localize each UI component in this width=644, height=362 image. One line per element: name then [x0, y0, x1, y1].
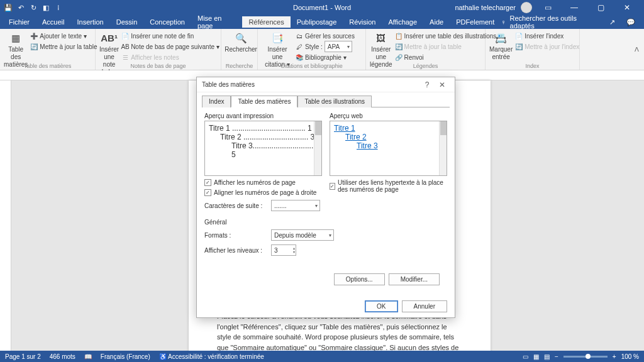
spell-check-icon[interactable]: 📖 — [84, 353, 92, 360]
citation-icon: 📑 — [271, 32, 284, 45]
tab-revision[interactable]: Révision — [343, 16, 382, 28]
user-name: nathalie telecharger — [455, 4, 516, 11]
tab-affichage[interactable]: Affichage — [382, 16, 423, 28]
web-preview: Titre 1 Titre 2 Titre 3 — [330, 121, 447, 176]
language-status[interactable]: Français (France) — [101, 353, 150, 360]
status-bar: Page 1 sur 2 466 mots 📖 Français (France… — [0, 351, 644, 362]
cross-reference-button[interactable]: 🔗Renvoi — [395, 52, 497, 62]
levels-spinner[interactable]: 3 — [271, 244, 296, 256]
options-button[interactable]: Options... — [334, 273, 385, 285]
feedback-icon[interactable]: 💬 — [626, 18, 635, 26]
tab-conception[interactable]: Conception — [143, 16, 191, 28]
levels-label: Afficher les niveaux : — [204, 247, 267, 254]
collapse-ribbon-button[interactable]: ᐱ — [629, 29, 644, 70]
print-preview-label: Aperçu avant impression — [204, 112, 322, 119]
use-hyperlinks-checkbox[interactable]: ✓Utiliser des liens hypertexte à la plac… — [330, 179, 447, 193]
modify-button[interactable]: Modifier... — [389, 273, 440, 285]
web-preview-label: Aperçu web — [330, 112, 447, 119]
leader-select[interactable]: ....... — [271, 200, 320, 211]
tab-publipostage[interactable]: Publipostage — [291, 16, 343, 28]
dialog-tab-tdm[interactable]: Table des matières — [231, 96, 297, 107]
ribbon-options-icon[interactable]: ▭ — [537, 0, 558, 15]
toc-dialog: Table des matières ? ✕ Index Table des m… — [196, 77, 455, 318]
dialog-tab-illustrations[interactable]: Table des illustrations — [297, 96, 372, 107]
web-link-t2[interactable]: Titre 2 — [334, 133, 443, 141]
web-link-t1[interactable]: Titre 1 — [334, 124, 443, 133]
group-label: Table des matières — [0, 63, 95, 69]
group-label: Recherche — [221, 63, 257, 69]
menu-bar: Fichier Accueil Insertion Dessin Concept… — [0, 15, 644, 29]
title-bar: 💾 ↶ ↻ ◧ ⁞ Document1 - Word nathalie tele… — [0, 0, 644, 15]
print-preview: Titre 1 ................................… — [204, 121, 322, 176]
show-page-numbers-checkbox[interactable]: ✓Afficher les numéros de page — [204, 179, 322, 186]
undo-icon[interactable]: ↶ — [16, 3, 25, 12]
leader-label: Caractères de suite : — [204, 202, 267, 209]
tab-accueil[interactable]: Accueil — [36, 16, 70, 28]
zoom-in-button[interactable]: + — [613, 353, 616, 360]
redo-icon[interactable]: ↻ — [29, 3, 38, 12]
minimize-button[interactable]: — — [564, 0, 585, 15]
qat-more-icon[interactable]: ⁞ — [54, 3, 63, 12]
manage-sources-button[interactable]: 🗂Gérer les sources — [296, 31, 355, 41]
touch-mode-icon[interactable]: ◧ — [42, 3, 50, 12]
zoom-out-button[interactable]: − — [555, 353, 558, 360]
ribbon: ▦ Table des matières ➕Ajouter le texte ▾… — [0, 29, 644, 70]
formats-select[interactable]: Depuis modèle — [271, 229, 334, 241]
close-button[interactable]: ✕ — [616, 0, 638, 15]
next-footnote-button[interactable]: ABNote de bas de page suivante ▾ — [121, 41, 219, 52]
bibliography-button[interactable]: 📚Bibliographie ▾ — [296, 52, 355, 62]
tab-dessin[interactable]: Dessin — [110, 16, 144, 28]
web-link-t3[interactable]: Titre 3 — [334, 141, 443, 150]
add-text-button[interactable]: ➕Ajouter le texte ▾ — [30, 31, 97, 41]
tab-aide[interactable]: Aide — [423, 16, 450, 28]
tab-pdfelement[interactable]: PDFelement — [450, 16, 501, 28]
dialog-title: Table des matières — [202, 81, 419, 88]
caption-icon: 🖼 — [375, 32, 387, 45]
tab-insertion[interactable]: Insertion — [70, 16, 109, 28]
group-label: Citations et bibliographie — [258, 63, 365, 69]
dialog-tab-index[interactable]: Index — [202, 96, 231, 107]
tab-references[interactable]: Références — [242, 16, 290, 28]
search-icon[interactable]: ♀ — [501, 18, 506, 26]
index-icon: 📇 — [495, 32, 508, 45]
accessibility-status[interactable]: ♿ Accessibilité : vérification terminée — [159, 353, 264, 360]
search-label[interactable]: Rechercher des outils adaptés — [510, 14, 593, 30]
footnote-icon: AB¹ — [103, 32, 116, 45]
show-notes-button: ☰Afficher les notes — [121, 52, 219, 62]
citation-style-select[interactable]: 🖊Style : APA — [296, 41, 355, 52]
group-label: Légendes — [366, 63, 485, 69]
view-web-icon[interactable]: ▤ — [544, 353, 550, 360]
general-section-label: Général — [204, 219, 447, 226]
window-title: Document1 - Word — [293, 4, 351, 11]
scrollbar[interactable] — [439, 121, 447, 175]
group-label: Index — [486, 63, 579, 69]
dialog-help-button[interactable]: ? — [419, 80, 435, 89]
insert-endnote-button[interactable]: 📄Insérer une note de fin — [121, 31, 219, 41]
tab-fichier[interactable]: Fichier — [3, 16, 36, 28]
align-page-numbers-checkbox[interactable]: ✓Aligner les numéros de page à droite — [204, 189, 322, 196]
update-illus-table-button: 🔄Mettre à jour la table — [395, 41, 497, 52]
insert-illus-table-button[interactable]: 📋Insérer une table des illustrations — [395, 31, 497, 41]
zoom-level[interactable]: 100 % — [621, 353, 639, 360]
zoom-slider[interactable] — [564, 356, 608, 358]
insert-index-button[interactable]: 📄Insérer l'index — [515, 31, 579, 41]
update-toc-button[interactable]: 🔄Mettre à jour la table — [30, 41, 97, 52]
avatar-icon[interactable] — [521, 2, 532, 13]
view-read-icon[interactable]: ▭ — [523, 353, 528, 360]
scrollbar[interactable] — [314, 121, 321, 175]
view-print-icon[interactable]: ▦ — [533, 353, 539, 360]
cancel-button[interactable]: Annuler — [402, 300, 447, 312]
page-status[interactable]: Page 1 sur 2 — [5, 353, 41, 360]
save-icon[interactable]: 💾 — [4, 3, 13, 12]
vertical-ruler[interactable] — [0, 80, 11, 351]
dialog-close-button[interactable]: ✕ — [435, 80, 450, 89]
word-count[interactable]: 466 mots — [50, 353, 75, 360]
ok-button[interactable]: OK — [365, 300, 397, 312]
toc-icon: ▦ — [9, 32, 22, 45]
group-label: Notes de bas de page — [96, 63, 221, 69]
update-index-button: 🔄Mettre à jour l'index — [515, 41, 579, 52]
search-icon: 🔍 — [235, 32, 247, 45]
formats-label: Formats : — [204, 232, 267, 239]
share-icon[interactable]: ↗ — [609, 18, 615, 26]
maximize-button[interactable]: ▢ — [590, 0, 611, 15]
